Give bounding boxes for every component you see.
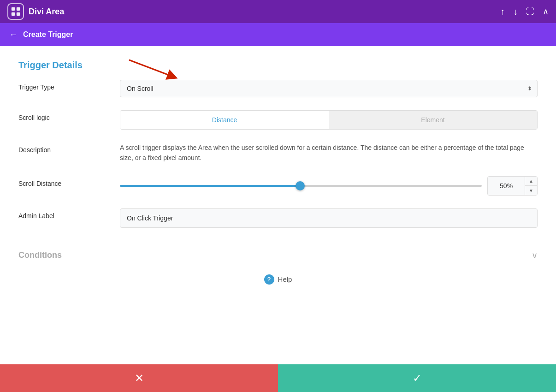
description-row: Description A scroll trigger displays th…	[18, 143, 538, 163]
trigger-type-select[interactable]: On Scroll On Click On Load On Exit	[120, 80, 538, 97]
top-navigation: Divi Area ↑ ↓ ⛶ ∧	[0, 0, 556, 23]
svg-rect-1	[17, 7, 20, 11]
cancel-icon: ✕	[135, 372, 144, 385]
fullscreen-icon[interactable]: ⛶	[526, 7, 534, 17]
svg-rect-3	[17, 12, 20, 16]
bottom-bar: ✕ ✓	[0, 364, 556, 392]
slider-fill	[120, 185, 301, 187]
conditions-chevron-icon[interactable]: ∨	[532, 250, 538, 261]
scroll-logic-row: Scroll logic Distance Element	[18, 110, 538, 130]
slider-track	[120, 185, 482, 187]
trigger-type-label: Trigger Type	[18, 80, 120, 91]
help-label[interactable]: Help	[278, 275, 292, 283]
slider-up-arrow[interactable]: ▲	[525, 177, 537, 186]
sub-header: ← Create Trigger	[0, 23, 556, 46]
main-content: Trigger Details Trigger Type On Scroll O…	[0, 46, 556, 364]
scroll-logic-label: Scroll logic	[18, 110, 120, 121]
admin-label-input[interactable]	[120, 208, 538, 228]
admin-label-label: Admin Label	[18, 208, 120, 220]
scroll-logic-control: Distance Element	[120, 110, 538, 130]
upload-icon[interactable]: ↑	[500, 6, 505, 17]
collapse-icon[interactable]: ∧	[543, 6, 549, 17]
distance-toggle[interactable]: Distance	[120, 111, 329, 129]
scroll-logic-toggle: Distance Element	[120, 110, 538, 130]
nav-actions: ↑ ↓ ⛶ ∧	[500, 6, 549, 17]
slider-row: ▲ ▼	[120, 176, 538, 196]
slider-value-wrapper: ▲ ▼	[487, 176, 538, 196]
slider-value-input[interactable]	[488, 178, 525, 194]
description-text: A scroll trigger displays the Area when …	[120, 143, 538, 163]
section-title: Trigger Details	[18, 60, 538, 71]
element-toggle[interactable]: Element	[329, 111, 537, 129]
back-button[interactable]: ←	[9, 30, 18, 40]
trigger-type-select-wrapper: On Scroll On Click On Load On Exit	[120, 80, 538, 97]
slider-arrows: ▲ ▼	[525, 177, 537, 195]
help-icon[interactable]: ?	[264, 274, 274, 285]
admin-label-control	[120, 208, 538, 228]
help-section: ? Help	[18, 261, 538, 289]
trigger-type-control: On Scroll On Click On Load On Exit	[120, 80, 538, 97]
description-control: A scroll trigger displays the Area when …	[120, 143, 538, 163]
cancel-button[interactable]: ✕	[0, 364, 278, 392]
scroll-distance-control: ▲ ▼	[120, 176, 538, 196]
brand: Divi Area	[7, 3, 64, 20]
page-title: Create Trigger	[23, 30, 73, 39]
conditions-title: Conditions	[18, 250, 62, 260]
scroll-distance-label: Scroll Distance	[18, 176, 120, 187]
slider-container	[120, 179, 482, 193]
admin-label-row: Admin Label	[18, 208, 538, 228]
trigger-type-row: Trigger Type On Scroll On Click On Load …	[18, 80, 538, 97]
confirm-icon: ✓	[413, 372, 422, 385]
svg-rect-2	[12, 12, 15, 16]
app-title: Divi Area	[29, 7, 64, 17]
slider-down-arrow[interactable]: ▼	[525, 186, 537, 195]
scroll-distance-row: Scroll Distance ▲ ▼	[18, 176, 538, 196]
conditions-section: Conditions ∨	[18, 241, 538, 261]
description-label: Description	[18, 143, 120, 154]
svg-rect-0	[12, 7, 15, 11]
download-icon[interactable]: ↓	[513, 6, 518, 17]
slider-thumb[interactable]	[296, 181, 305, 190]
divi-logo	[7, 3, 24, 20]
confirm-button[interactable]: ✓	[278, 364, 556, 392]
